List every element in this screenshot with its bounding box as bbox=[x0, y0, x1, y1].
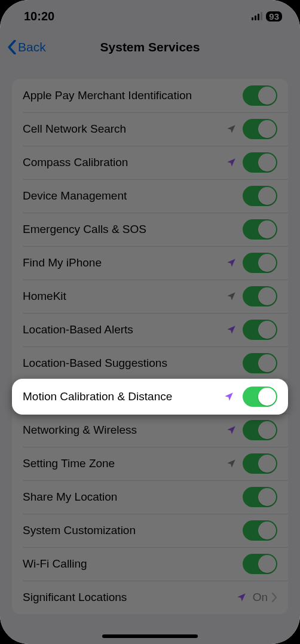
status-time: 10:20 bbox=[24, 10, 54, 23]
row-label: Location-Based Alerts bbox=[23, 323, 226, 336]
location-arrow-icon bbox=[226, 458, 237, 469]
toggle-switch[interactable] bbox=[243, 554, 277, 574]
battery-badge: 93 bbox=[266, 11, 282, 22]
row-label: Apple Pay Merchant Identification bbox=[23, 89, 243, 102]
home-indicator bbox=[102, 634, 198, 638]
row-label: Motion Calibration & Distance bbox=[23, 390, 224, 403]
location-arrow-icon bbox=[236, 592, 247, 603]
list-row: Compass Calibration bbox=[12, 146, 288, 179]
toggle-switch[interactable] bbox=[243, 353, 277, 373]
toggle-switch[interactable] bbox=[243, 487, 277, 507]
toggle-switch[interactable] bbox=[243, 520, 277, 541]
row-label: Setting Time Zone bbox=[23, 457, 226, 470]
chevron-left-icon bbox=[7, 40, 17, 54]
row-label: Networking & Wireless bbox=[23, 424, 226, 437]
list-row: Location-Based Suggestions bbox=[12, 346, 288, 380]
list-row: Setting Time Zone bbox=[12, 447, 288, 480]
status-bar: 10:20 93 bbox=[0, 0, 300, 32]
nav-bar: Back System Services bbox=[0, 32, 300, 62]
row-label: Cell Network Search bbox=[23, 122, 226, 136]
highlighted-row[interactable]: Motion Calibration & Distance bbox=[12, 379, 288, 415]
list-row: HomeKit bbox=[12, 280, 288, 313]
toggle-switch[interactable] bbox=[243, 186, 277, 206]
list-row: Wi-Fi Calling bbox=[12, 547, 288, 581]
toggle-switch[interactable] bbox=[243, 85, 277, 106]
row-value: On bbox=[253, 591, 268, 604]
list-row: System Customization bbox=[12, 514, 288, 547]
location-arrow-icon bbox=[226, 425, 237, 436]
row-label: Compass Calibration bbox=[23, 156, 226, 169]
cellular-signal-icon bbox=[252, 12, 262, 20]
row-label: Wi-Fi Calling bbox=[23, 557, 243, 571]
list-row: Cell Network Search bbox=[12, 112, 288, 146]
toggle-switch[interactable] bbox=[243, 420, 277, 440]
location-arrow-icon bbox=[226, 257, 237, 268]
toggle-switch[interactable] bbox=[243, 152, 277, 173]
row-label: HomeKit bbox=[23, 290, 226, 303]
toggle-switch[interactable] bbox=[243, 286, 277, 306]
row-label: Find My iPhone bbox=[23, 256, 226, 269]
back-label: Back bbox=[18, 40, 46, 54]
row-label: Share My Location bbox=[23, 490, 243, 504]
list-row: Find My iPhone bbox=[12, 246, 288, 280]
back-button[interactable]: Back bbox=[0, 40, 46, 54]
toggle-switch[interactable] bbox=[243, 119, 277, 139]
location-arrow-icon bbox=[226, 291, 237, 302]
device-frame: 10:20 93 Back System Services Apple Pay … bbox=[0, 0, 300, 644]
location-arrow-icon bbox=[224, 391, 234, 402]
toggle-switch[interactable] bbox=[243, 320, 277, 340]
toggle-switch[interactable] bbox=[243, 453, 277, 474]
row-label: Significant Locations bbox=[23, 591, 236, 604]
chevron-right-icon bbox=[271, 593, 277, 602]
row-label: Device Management bbox=[23, 189, 243, 203]
status-right: 93 bbox=[252, 11, 282, 22]
location-arrow-icon bbox=[226, 157, 237, 168]
row-label: System Customization bbox=[23, 524, 243, 537]
toggle-switch[interactable] bbox=[243, 253, 277, 273]
list-row: Share My Location bbox=[12, 480, 288, 514]
list-row[interactable]: Significant Locations On bbox=[12, 581, 288, 614]
row-label: Emergency Calls & SOS bbox=[23, 223, 243, 236]
list-row: Location-Based Alerts bbox=[12, 313, 288, 346]
toggle-switch[interactable] bbox=[243, 219, 277, 240]
list-row: Networking & Wireless bbox=[12, 413, 288, 447]
settings-list: Apple Pay Merchant IdentificationCell Ne… bbox=[12, 79, 288, 614]
row-label: Location-Based Suggestions bbox=[23, 357, 243, 370]
location-arrow-icon bbox=[226, 124, 237, 134]
location-arrow-icon bbox=[226, 324, 237, 335]
list-row: Emergency Calls & SOS bbox=[12, 213, 288, 246]
list-row: Device Management bbox=[12, 179, 288, 213]
toggle-switch[interactable] bbox=[243, 387, 277, 407]
list-row: Apple Pay Merchant Identification bbox=[12, 79, 288, 112]
